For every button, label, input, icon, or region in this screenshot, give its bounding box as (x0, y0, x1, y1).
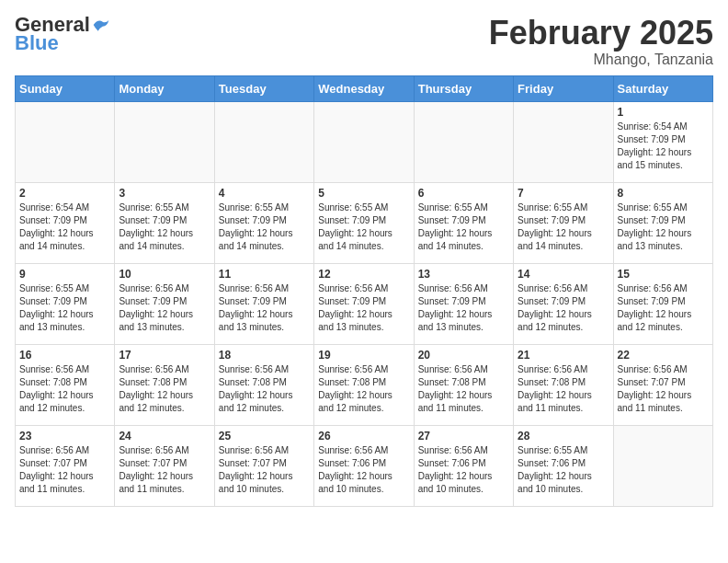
day-info: Sunrise: 6:56 AM Sunset: 7:08 PM Dayligh… (19, 363, 110, 415)
day-info: Sunrise: 6:55 AM Sunset: 7:09 PM Dayligh… (318, 201, 409, 253)
calendar-cell: 12Sunrise: 6:56 AM Sunset: 7:09 PM Dayli… (314, 263, 414, 344)
calendar-cell: 21Sunrise: 6:56 AM Sunset: 7:08 PM Dayli… (514, 344, 613, 425)
calendar-week-row: 16Sunrise: 6:56 AM Sunset: 7:08 PM Dayli… (16, 344, 713, 425)
calendar-cell: 4Sunrise: 6:55 AM Sunset: 7:09 PM Daylig… (214, 182, 313, 263)
calendar-cell: 8Sunrise: 6:55 AM Sunset: 7:09 PM Daylig… (613, 182, 712, 263)
day-number: 24 (119, 430, 210, 442)
calendar-cell: 28Sunrise: 6:55 AM Sunset: 7:06 PM Dayli… (514, 425, 613, 506)
weekday-header: Sunday (16, 75, 115, 101)
calendar-cell: 20Sunrise: 6:56 AM Sunset: 7:08 PM Dayli… (414, 344, 513, 425)
logo: General Blue (15, 15, 110, 55)
day-info: Sunrise: 6:56 AM Sunset: 7:08 PM Dayligh… (318, 363, 409, 415)
calendar-cell: 1Sunrise: 6:54 AM Sunset: 7:09 PM Daylig… (613, 101, 712, 182)
day-info: Sunrise: 6:56 AM Sunset: 7:08 PM Dayligh… (119, 363, 210, 415)
day-number: 25 (219, 430, 310, 442)
calendar-cell: 11Sunrise: 6:56 AM Sunset: 7:09 PM Dayli… (214, 263, 313, 344)
calendar-cell: 2Sunrise: 6:54 AM Sunset: 7:09 PM Daylig… (16, 182, 115, 263)
day-info: Sunrise: 6:56 AM Sunset: 7:07 PM Dayligh… (19, 444, 110, 496)
calendar-week-row: 23Sunrise: 6:56 AM Sunset: 7:07 PM Dayli… (16, 425, 713, 506)
calendar-cell: 9Sunrise: 6:55 AM Sunset: 7:09 PM Daylig… (16, 263, 115, 344)
day-info: Sunrise: 6:56 AM Sunset: 7:07 PM Dayligh… (219, 444, 310, 496)
day-number: 7 (518, 187, 609, 200)
calendar-week-row: 1Sunrise: 6:54 AM Sunset: 7:09 PM Daylig… (16, 101, 713, 182)
day-info: Sunrise: 6:56 AM Sunset: 7:07 PM Dayligh… (119, 444, 210, 496)
calendar-cell: 15Sunrise: 6:56 AM Sunset: 7:09 PM Dayli… (613, 263, 712, 344)
calendar-cell: 14Sunrise: 6:56 AM Sunset: 7:09 PM Dayli… (514, 263, 613, 344)
day-info: Sunrise: 6:55 AM Sunset: 7:09 PM Dayligh… (119, 201, 210, 253)
calendar-cell: 6Sunrise: 6:55 AM Sunset: 7:09 PM Daylig… (414, 182, 513, 263)
calendar-cell: 27Sunrise: 6:56 AM Sunset: 7:06 PM Dayli… (414, 425, 513, 506)
day-info: Sunrise: 6:55 AM Sunset: 7:09 PM Dayligh… (518, 201, 609, 253)
day-info: Sunrise: 6:56 AM Sunset: 7:09 PM Dayligh… (618, 282, 709, 334)
day-info: Sunrise: 6:56 AM Sunset: 7:09 PM Dayligh… (518, 282, 609, 334)
calendar-cell (115, 101, 214, 182)
weekday-header: Tuesday (214, 75, 313, 101)
day-info: Sunrise: 6:56 AM Sunset: 7:09 PM Dayligh… (119, 282, 210, 334)
day-number: 28 (518, 430, 609, 442)
day-info: Sunrise: 6:56 AM Sunset: 7:08 PM Dayligh… (418, 363, 509, 415)
day-number: 16 (19, 349, 110, 362)
day-number: 5 (318, 187, 409, 200)
day-info: Sunrise: 6:55 AM Sunset: 7:09 PM Dayligh… (418, 201, 509, 253)
day-info: Sunrise: 6:56 AM Sunset: 7:09 PM Dayligh… (418, 282, 509, 334)
day-info: Sunrise: 6:55 AM Sunset: 7:09 PM Dayligh… (219, 201, 310, 253)
day-info: Sunrise: 6:55 AM Sunset: 7:09 PM Dayligh… (19, 282, 110, 334)
weekday-header: Friday (514, 75, 613, 101)
day-number: 23 (19, 430, 110, 442)
day-info: Sunrise: 6:55 AM Sunset: 7:09 PM Dayligh… (618, 201, 709, 253)
day-info: Sunrise: 6:56 AM Sunset: 7:06 PM Dayligh… (418, 444, 509, 496)
day-number: 10 (119, 268, 210, 281)
calendar-table: SundayMondayTuesdayWednesdayThursdayFrid… (15, 75, 713, 507)
day-info: Sunrise: 6:56 AM Sunset: 7:06 PM Dayligh… (318, 444, 409, 496)
calendar-cell (514, 101, 613, 182)
calendar-week-row: 9Sunrise: 6:55 AM Sunset: 7:09 PM Daylig… (16, 263, 713, 344)
calendar-cell: 18Sunrise: 6:56 AM Sunset: 7:08 PM Dayli… (214, 344, 313, 425)
calendar-cell: 22Sunrise: 6:56 AM Sunset: 7:07 PM Dayli… (613, 344, 712, 425)
page-header: General Blue February 2025 Mhango, Tanza… (15, 15, 713, 68)
day-number: 20 (418, 349, 509, 362)
month-title: February 2025 (489, 15, 713, 52)
calendar-cell (314, 101, 414, 182)
calendar-cell (16, 101, 115, 182)
day-number: 18 (219, 349, 310, 362)
day-number: 19 (318, 349, 409, 362)
day-number: 13 (418, 268, 509, 281)
calendar-cell: 17Sunrise: 6:56 AM Sunset: 7:08 PM Dayli… (115, 344, 214, 425)
day-number: 21 (518, 349, 609, 362)
day-number: 12 (318, 268, 409, 281)
day-number: 26 (318, 430, 409, 442)
day-info: Sunrise: 6:54 AM Sunset: 7:09 PM Dayligh… (19, 201, 110, 253)
calendar-cell (414, 101, 513, 182)
weekday-header: Thursday (414, 75, 513, 101)
location-text: Mhango, Tanzania (489, 52, 713, 68)
day-info: Sunrise: 6:55 AM Sunset: 7:06 PM Dayligh… (518, 444, 609, 496)
day-info: Sunrise: 6:54 AM Sunset: 7:09 PM Dayligh… (618, 121, 709, 172)
calendar-cell: 13Sunrise: 6:56 AM Sunset: 7:09 PM Dayli… (414, 263, 513, 344)
day-number: 17 (119, 349, 210, 362)
calendar-cell: 23Sunrise: 6:56 AM Sunset: 7:07 PM Dayli… (16, 425, 115, 506)
day-number: 2 (19, 187, 110, 200)
calendar-cell: 24Sunrise: 6:56 AM Sunset: 7:07 PM Dayli… (115, 425, 214, 506)
day-info: Sunrise: 6:56 AM Sunset: 7:09 PM Dayligh… (219, 282, 310, 334)
day-number: 1 (618, 106, 709, 119)
day-number: 3 (119, 187, 210, 200)
day-number: 6 (418, 187, 509, 200)
day-number: 11 (219, 268, 310, 281)
calendar-cell: 5Sunrise: 6:55 AM Sunset: 7:09 PM Daylig… (314, 182, 414, 263)
day-info: Sunrise: 6:56 AM Sunset: 7:08 PM Dayligh… (518, 363, 609, 415)
weekday-header: Monday (115, 75, 214, 101)
logo-blue-text: Blue (15, 31, 59, 55)
calendar-cell: 25Sunrise: 6:56 AM Sunset: 7:07 PM Dayli… (214, 425, 313, 506)
calendar-cell: 19Sunrise: 6:56 AM Sunset: 7:08 PM Dayli… (314, 344, 414, 425)
weekday-header: Wednesday (314, 75, 414, 101)
calendar-week-row: 2Sunrise: 6:54 AM Sunset: 7:09 PM Daylig… (16, 182, 713, 263)
calendar-cell: 16Sunrise: 6:56 AM Sunset: 7:08 PM Dayli… (16, 344, 115, 425)
weekday-header-row: SundayMondayTuesdayWednesdayThursdayFrid… (16, 75, 713, 101)
day-number: 8 (618, 187, 709, 200)
calendar-cell: 26Sunrise: 6:56 AM Sunset: 7:06 PM Dayli… (314, 425, 414, 506)
day-info: Sunrise: 6:56 AM Sunset: 7:09 PM Dayligh… (318, 282, 409, 334)
calendar-cell: 10Sunrise: 6:56 AM Sunset: 7:09 PM Dayli… (115, 263, 214, 344)
day-number: 15 (618, 268, 709, 281)
weekday-header: Saturday (613, 75, 712, 101)
calendar-cell: 7Sunrise: 6:55 AM Sunset: 7:09 PM Daylig… (514, 182, 613, 263)
